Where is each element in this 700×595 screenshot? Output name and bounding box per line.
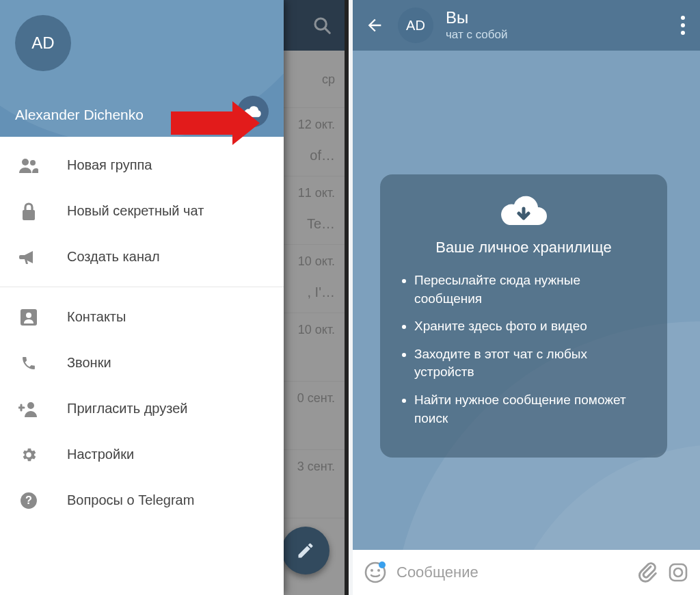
gear-icon [16,446,41,464]
svg-text:?: ? [25,494,32,506]
svg-rect-4 [23,210,35,220]
intro-title: Ваше личное хранилище [399,239,648,256]
invite-icon [16,401,41,417]
chat-header: AD Вы чат с собой [353,0,700,51]
menu-label: Новый секретный чат [67,203,204,219]
help-icon: ? [16,492,41,510]
chat-title: Вы [446,9,508,27]
menu-invite-friends[interactable]: Пригласить друзей [0,386,284,432]
svg-point-13 [379,561,386,568]
megaphone-icon [16,249,41,265]
cloud-download-icon [399,194,648,229]
emoji-button[interactable] [364,561,387,584]
chat-subtitle: чат с собой [446,29,508,42]
lock-icon [16,202,41,221]
attach-button[interactable] [637,561,658,583]
menu-label: Создать канал [67,249,160,265]
menu-secret-chat[interactable]: Новый секретный чат [0,188,284,234]
menu-label: Пригласить друзей [67,401,187,416]
svg-point-3 [30,160,36,166]
profile-avatar[interactable]: AD [15,15,71,71]
intro-bullet: Найти нужное сообщение поможет поиск [414,391,648,427]
mic-button[interactable] [667,561,689,583]
compose-fab[interactable] [282,527,329,574]
contact-icon [16,308,41,326]
svg-point-7 [27,402,34,409]
saved-messages-chat: AD Вы чат с собой Ваше личное хранилище … [353,0,700,595]
menu-create-channel[interactable]: Создать канал [0,234,284,280]
intro-bullet: Заходите в этот чат с любых устройств [414,345,648,382]
nav-drawer: AD Alexander Dichenko Новая группа [0,0,284,595]
menu-settings[interactable]: Настройки [0,432,284,477]
menu-label: Новая группа [67,157,152,173]
pane-divider [345,0,353,595]
svg-point-2 [22,159,29,166]
drawer-menu: Новая группа Новый секретный чат Создать… [0,137,284,523]
menu-contacts[interactable]: Контакты [0,294,284,340]
menu-label: Вопросы о Telegram [67,492,194,508]
svg-point-11 [371,569,373,572]
menu-label: Звонки [67,355,111,371]
menu-label: Контакты [67,309,126,325]
svg-point-15 [674,568,682,577]
menu-divider [0,287,284,287]
group-icon [16,158,41,173]
intro-card: Ваше личное хранилище Пересылайте сюда н… [380,174,667,458]
message-composer: Сообщение [353,550,700,595]
menu-calls[interactable]: Звонки [0,340,284,386]
profile-name: Alexander Dichenko [15,107,144,123]
svg-rect-14 [670,564,686,581]
menu-faq[interactable]: ? Вопросы о Telegram [0,477,284,523]
annotation-arrow [171,101,260,145]
intro-bullet: Пересылайте сюда нужные сообщения [414,272,648,308]
message-input[interactable]: Сообщение [396,564,628,581]
back-button[interactable] [364,16,386,35]
svg-point-12 [377,569,380,572]
chat-avatar[interactable]: AD [398,8,433,43]
svg-point-6 [26,313,31,318]
menu-new-group[interactable]: Новая группа [0,142,284,188]
more-button[interactable] [677,16,689,35]
intro-bullet: Храните здесь фото и видео [414,317,648,336]
menu-label: Настройки [67,447,134,462]
phone-icon [16,355,41,371]
